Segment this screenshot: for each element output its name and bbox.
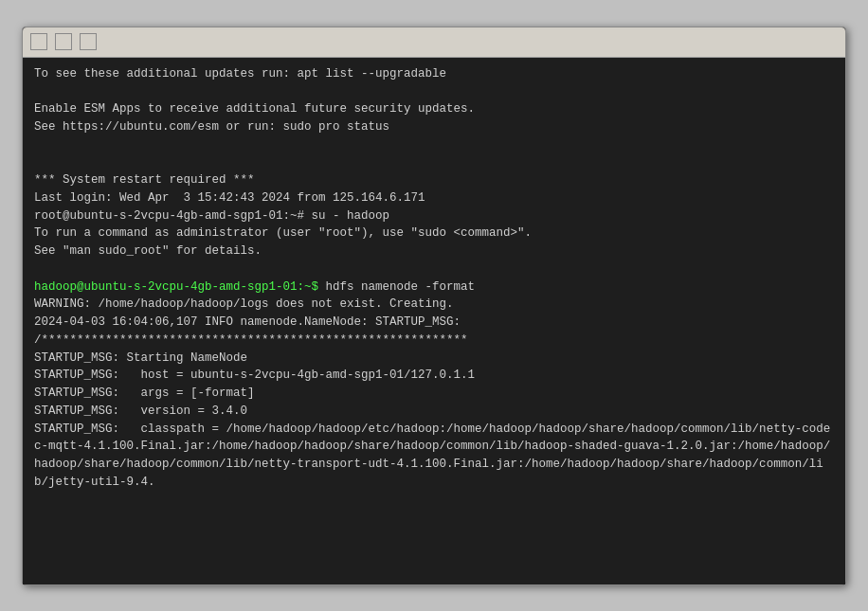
terminal-line: See "man sudo_root" for details. [34,243,834,261]
minimize-button[interactable] [30,33,47,50]
terminal-line: WARNING: /home/hadoop/hadoop/logs does n… [34,296,834,314]
maximize-button[interactable] [55,33,72,50]
terminal-line [34,261,834,279]
terminal-line: STARTUP_MSG: host = ubuntu-s-2vcpu-4gb-a… [34,367,834,385]
close-button[interactable] [80,33,97,50]
terminal-line: STARTUP_MSG: classpath = /home/hadoop/ha… [34,421,834,492]
terminal-content[interactable]: To see these additional updates run: apt… [23,58,845,584]
terminal-line [34,153,834,171]
terminal-body: To see these additional updates run: apt… [23,58,845,584]
terminal-line: To see these additional updates run: apt… [34,65,834,83]
titlebar [23,27,845,58]
terminal-line: STARTUP_MSG: args = [-format] [34,385,834,403]
terminal-line [34,82,834,100]
terminal-line: /***************************************… [34,332,834,350]
terminal-line: root@ubuntu-s-2vcpu-4gb-amd-sgp1-01:~# s… [34,207,834,225]
terminal-line: Last login: Wed Apr 3 15:42:43 2024 from… [34,189,834,207]
terminal-line [34,136,834,154]
terminal-line: See https://ubuntu.com/esm or run: sudo … [34,118,834,136]
terminal-line: STARTUP_MSG: Starting NameNode [34,350,834,368]
terminal-line: STARTUP_MSG: version = 3.4.0 [34,403,834,421]
terminal-line: *** System restart required *** [34,171,834,189]
terminal-line: To run a command as administrator (user … [34,225,834,243]
terminal-line: 2024-04-03 16:04:06,107 INFO namenode.Na… [34,314,834,332]
terminal-window: To see these additional updates run: apt… [22,27,846,585]
terminal-line: hadoop@ubuntu-s-2vcpu-4gb-amd-sgp1-01:~$… [34,279,834,297]
terminal-line: Enable ESM Apps to receive additional fu… [34,100,834,118]
